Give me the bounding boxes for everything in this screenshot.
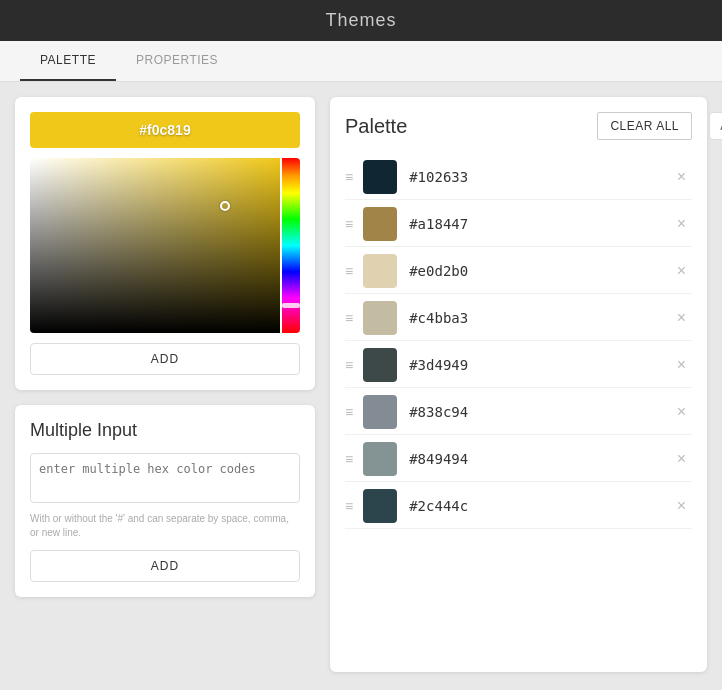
palette-item: ≡ #2c444c × (345, 484, 692, 529)
drag-handle-icon[interactable]: ≡ (345, 263, 353, 279)
palette-item: ≡ #a18447 × (345, 202, 692, 247)
drag-handle-icon[interactable]: ≡ (345, 357, 353, 373)
palette-list: ≡ #102633 × ≡ #a18447 × ≡ #e0d2b0 × ≡ #c… (345, 155, 692, 529)
tabs-bar: PALETTE PROPERTIES (0, 41, 722, 82)
palette-header: Palette CLEAR ALL (345, 112, 692, 140)
drag-handle-icon[interactable]: ≡ (345, 498, 353, 514)
color-hex-label: #2c444c (409, 498, 670, 514)
palette-title: Palette (345, 115, 407, 138)
title-bar: Themes (0, 0, 722, 41)
palette-item: ≡ #e0d2b0 × (345, 249, 692, 294)
drag-handle-icon[interactable]: ≡ (345, 404, 353, 420)
color-hex-label: #838c94 (409, 404, 670, 420)
color-swatch[interactable] (363, 301, 397, 335)
picker-circle[interactable] (220, 201, 230, 211)
right-panel: Palette CLEAR ALL Ads ≡ #102633 × ≡ #a18… (330, 97, 707, 672)
clear-all-button[interactable]: CLEAR ALL (597, 112, 692, 140)
drag-handle-icon[interactable]: ≡ (345, 451, 353, 467)
multiple-input-add-button[interactable]: ADD (30, 550, 300, 582)
remove-color-button[interactable]: × (671, 494, 692, 518)
color-swatch[interactable] (363, 254, 397, 288)
left-panel: #f0c819 ADD Multiple Input With or witho… (15, 97, 315, 672)
app-title: Themes (325, 10, 396, 30)
tab-properties[interactable]: PROPERTIES (116, 41, 238, 81)
multiple-input-title: Multiple Input (30, 420, 300, 441)
palette-item: ≡ #838c94 × (345, 390, 692, 435)
color-hex-label: #102633 (409, 169, 670, 185)
multiple-input-card: Multiple Input With or without the '#' a… (15, 405, 315, 597)
remove-color-button[interactable]: × (671, 306, 692, 330)
hint-text: With or without the '#' and can separate… (30, 512, 300, 540)
drag-handle-icon[interactable]: ≡ (345, 169, 353, 185)
color-hex-label: #c4bba3 (409, 310, 670, 326)
palette-item: ≡ #849494 × (345, 437, 692, 482)
color-swatch[interactable] (363, 160, 397, 194)
palette-item: ≡ #c4bba3 × (345, 296, 692, 341)
remove-color-button[interactable]: × (671, 447, 692, 471)
color-picker-area[interactable] (30, 158, 300, 333)
remove-color-button[interactable]: × (671, 400, 692, 424)
ads-button[interactable]: Ads (709, 112, 722, 140)
color-swatch[interactable] (363, 395, 397, 429)
color-swatch[interactable] (363, 442, 397, 476)
tab-palette[interactable]: PALETTE (20, 41, 116, 81)
color-picker-card: #f0c819 ADD (15, 97, 315, 390)
gradient-black (30, 158, 280, 333)
hue-indicator (282, 303, 300, 308)
remove-color-button[interactable]: × (671, 259, 692, 283)
color-hex-display: #f0c819 (30, 112, 300, 148)
palette-item: ≡ #102633 × (345, 155, 692, 200)
main-content: #f0c819 ADD Multiple Input With or witho… (0, 82, 722, 687)
remove-color-button[interactable]: × (671, 212, 692, 236)
color-swatch[interactable] (363, 207, 397, 241)
color-swatch[interactable] (363, 348, 397, 382)
color-hex-label: #3d4949 (409, 357, 670, 373)
color-picker-add-button[interactable]: ADD (30, 343, 300, 375)
color-hex-label: #849494 (409, 451, 670, 467)
color-hex-label: #e0d2b0 (409, 263, 670, 279)
drag-handle-icon[interactable]: ≡ (345, 216, 353, 232)
palette-item: ≡ #3d4949 × (345, 343, 692, 388)
color-hex-label: #a18447 (409, 216, 670, 232)
drag-handle-icon[interactable]: ≡ (345, 310, 353, 326)
remove-color-button[interactable]: × (671, 165, 692, 189)
remove-color-button[interactable]: × (671, 353, 692, 377)
color-swatch[interactable] (363, 489, 397, 523)
hex-textarea[interactable] (30, 453, 300, 503)
